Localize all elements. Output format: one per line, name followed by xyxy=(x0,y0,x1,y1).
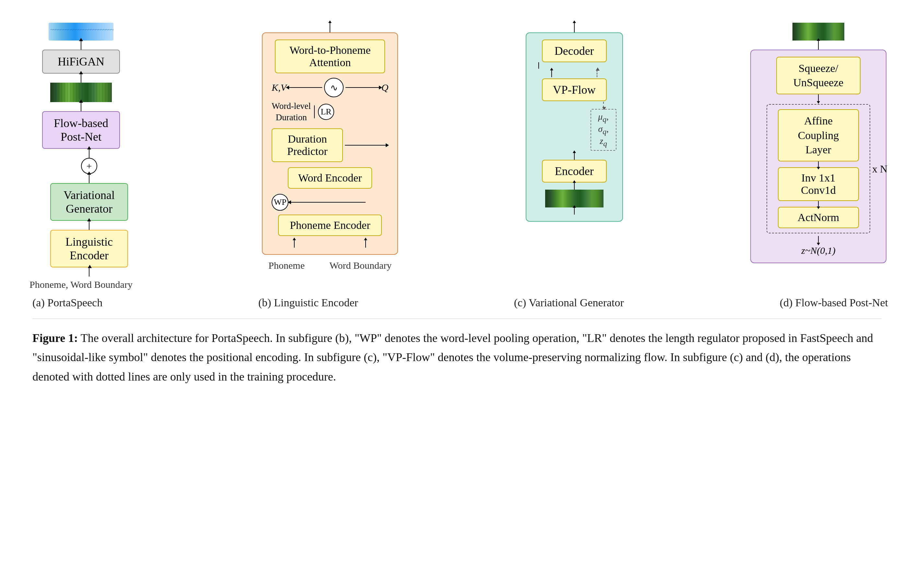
c-outer-box: Decoder xyxy=(526,32,623,222)
c-encoder-label: Encoder xyxy=(555,165,594,178)
b-word-encoder-box: Word Encoder xyxy=(288,167,372,189)
a-bottom-label: Phoneme, Word Boundary xyxy=(29,279,132,290)
b-phoneme-label: Phoneme xyxy=(268,260,305,271)
d-dashed-box: Affine CouplingLayer Inv 1x1 Conv1d ActN… xyxy=(767,104,870,233)
diagrams-row: HiFiGAN Flow-based Post-Net + Variationa… xyxy=(19,13,895,293)
b-phoneme-encoder-box: Phoneme Encoder xyxy=(278,215,382,236)
diagram-a: HiFiGAN Flow-based Post-Net + Variationa… xyxy=(26,23,136,290)
arrow-up-a4 xyxy=(89,149,89,158)
c-arrow-bottom xyxy=(574,207,575,215)
figure-number: Figure 1: xyxy=(32,331,78,344)
d-arrow-z xyxy=(818,236,819,243)
d-inv-box: Inv 1x1 Conv1d xyxy=(778,167,859,201)
c-flow-params-label: μq, σq, zq xyxy=(591,109,617,151)
d-actnorm-box: ActNorm xyxy=(778,207,859,228)
hifigan-label: HiFiGAN xyxy=(58,55,104,68)
b-attention-label: Word-to-Phoneme Attention xyxy=(289,44,370,68)
caption-d: (d) Flow-based Post-Net xyxy=(780,297,888,309)
flow-post-net-label: Flow-based Post-Net xyxy=(54,117,108,143)
b-word-level-duration-label: Word-levelDuration xyxy=(271,100,311,123)
figure-caption-text: The overall architecture for PortaSpeech… xyxy=(32,331,873,383)
diagram-c: Decoder xyxy=(524,23,625,222)
diagram-d: Squeeze/UnSqueeze Affine CouplingLayer I… xyxy=(749,23,888,263)
b-attention-box: Word-to-Phoneme Attention xyxy=(275,40,385,73)
c-dashed-params xyxy=(603,102,604,108)
captions-row: (a) PortaSpeech (b) Linguistic Encoder (… xyxy=(19,293,895,315)
variational-generator-box: Variational Generator xyxy=(50,183,128,221)
c-vp-flow-label: VP-Flow xyxy=(553,83,596,96)
b-word-boundary-label: Word Boundary xyxy=(329,260,392,271)
spectrogram-a xyxy=(50,82,112,102)
arrow-up-a3 xyxy=(81,102,81,111)
b-outer-box: Word-to-Phoneme Attention K,V ∿ Q xyxy=(262,32,398,255)
figure-caption: Figure 1: The overall architecture for P… xyxy=(19,322,895,393)
flow-post-net-box: Flow-based Post-Net xyxy=(42,111,120,149)
arrow-up-a2 xyxy=(81,74,81,82)
d-outer-box: Squeeze/UnSqueeze Affine CouplingLayer I… xyxy=(750,50,887,263)
c-solid-arrow-vp xyxy=(551,70,552,77)
c-decoder-box: Decoder xyxy=(542,40,607,62)
b-kv-label: K,V xyxy=(271,82,286,93)
d-arrow-inv xyxy=(818,201,819,207)
caption-c: (c) Variational Generator xyxy=(514,297,624,309)
d-arrow-squeeze xyxy=(818,94,819,102)
caption-a: (a) PortaSpeech xyxy=(32,297,102,309)
b-q-label: Q xyxy=(381,82,389,93)
d-z-label: z~N(0,1) xyxy=(801,245,835,256)
c-decoder-label: Decoder xyxy=(555,44,594,57)
arrow-up-a6 xyxy=(89,221,89,230)
b-duration-predictor-box: DurationPredictor xyxy=(271,128,343,162)
c-arrow-encoder xyxy=(574,153,575,160)
arrow-up-a1 xyxy=(81,40,81,50)
c-vp-flow-box: VP-Flow xyxy=(542,78,607,101)
d-xn-label: x N xyxy=(872,163,887,175)
diagram-b: Word-to-Phoneme Attention K,V ∿ Q xyxy=(260,23,400,271)
variational-generator-label: Variational Generator xyxy=(63,189,115,215)
d-affine-box: Affine CouplingLayer xyxy=(778,109,859,162)
linguistic-encoder-label: Linguistic Encoder xyxy=(65,235,113,262)
d-arrow-affine xyxy=(818,162,819,167)
b-word-encoder-label: Word Encoder xyxy=(298,172,362,184)
b-arrow-wordboundary xyxy=(365,240,366,248)
c-dashed-arrow-decoder xyxy=(597,70,597,77)
c-spectrogram xyxy=(545,190,604,207)
d-actnorm-label: ActNorm xyxy=(798,212,839,223)
c-encoder-box: Encoder xyxy=(542,160,607,183)
b-bottom-labels-row: Phoneme Word Boundary xyxy=(262,257,398,271)
b-wp-circle: WP xyxy=(271,194,289,211)
arrow-up-a5 xyxy=(89,174,89,183)
main-figure: HiFiGAN Flow-based Post-Net + Variationa… xyxy=(19,13,895,393)
arrow-down-a1 xyxy=(89,267,89,276)
caption-b: (b) Linguistic Encoder xyxy=(258,297,358,309)
linguistic-encoder-box: Linguistic Encoder xyxy=(50,230,128,267)
c-arrow-top xyxy=(574,23,575,32)
hifigan-box: HiFiGAN xyxy=(42,50,120,74)
b-lr-circle: LR xyxy=(318,104,334,120)
b-phoneme-encoder-label: Phoneme Encoder xyxy=(290,219,370,231)
d-arrow-top xyxy=(818,40,819,50)
b-arrow-top-out xyxy=(329,23,330,32)
c-arrow-spec xyxy=(574,183,575,190)
b-arrow-phoneme xyxy=(294,240,295,248)
d-inv-label: Inv 1x1 Conv1d xyxy=(801,172,836,196)
d-spectrogram-top xyxy=(793,23,844,40)
d-squeeze-box: Squeeze/UnSqueeze xyxy=(776,57,861,94)
b-sinusoid-icon: ∿ xyxy=(324,78,344,97)
